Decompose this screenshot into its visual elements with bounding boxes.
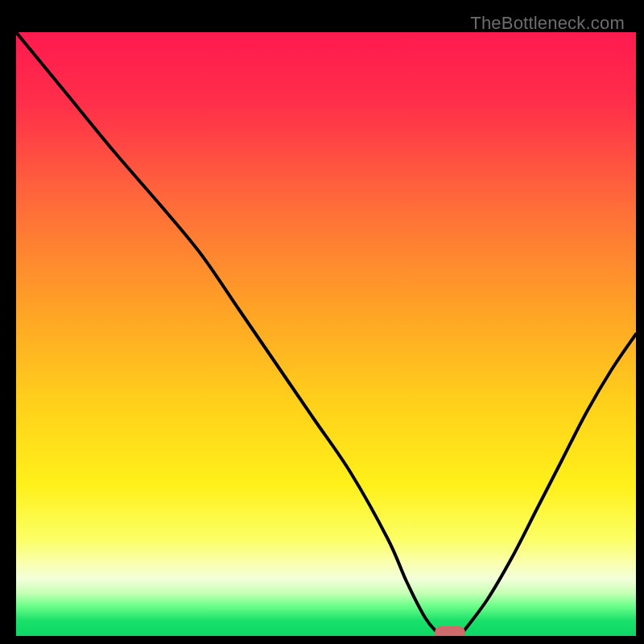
- watermark-text: TheBottleneck.com: [470, 13, 625, 34]
- chart-frame: TheBottleneck.com: [8, 8, 636, 636]
- optimum-marker: [435, 626, 465, 636]
- bottleneck-curve: [16, 32, 636, 636]
- plot-area: [16, 32, 636, 636]
